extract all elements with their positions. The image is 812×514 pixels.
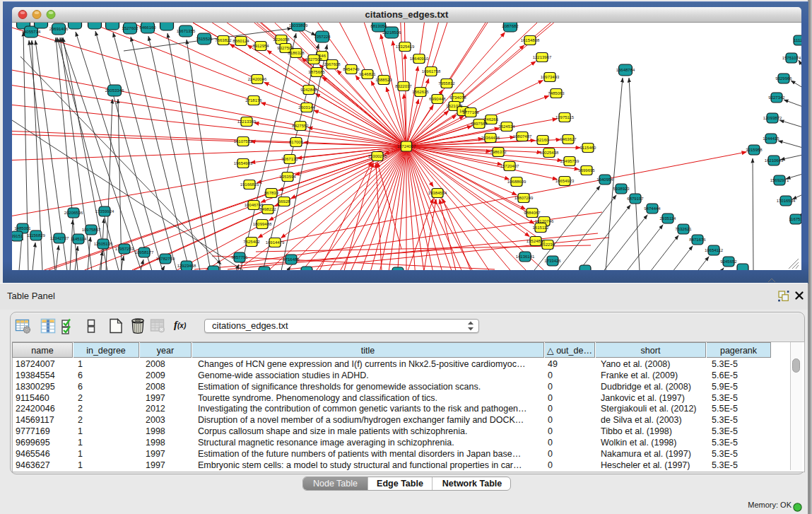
svg-text:3267130: 3267130 (281, 157, 298, 161)
svg-text:2718176: 2718176 (245, 98, 262, 103)
svg-text:1562615: 1562615 (412, 90, 429, 94)
svg-text:11156829: 11156829 (27, 233, 45, 238)
svg-text:20364436: 20364436 (481, 136, 500, 140)
svg-text:19166825: 19166825 (240, 182, 259, 187)
svg-text:7986372: 7986372 (490, 150, 507, 154)
svg-text:2935114: 2935114 (660, 216, 677, 221)
svg-text:9327508: 9327508 (305, 57, 322, 62)
svg-text:9699695: 9699695 (578, 168, 595, 173)
svg-text:22420046: 22420046 (248, 77, 267, 81)
svg-text:1527602: 1527602 (122, 26, 139, 30)
svg-text:9245652: 9245652 (720, 259, 737, 264)
svg-text:10688609: 10688609 (507, 180, 526, 184)
svg-text:16961758: 16961758 (422, 69, 441, 74)
svg-text:10975867: 10975867 (82, 228, 101, 232)
svg-text:16033809: 16033809 (289, 23, 308, 28)
svg-text:3226058: 3226058 (273, 37, 290, 42)
svg-text:6879197: 6879197 (627, 197, 644, 201)
svg-text:9327503: 9327503 (277, 46, 294, 50)
svg-text:746266: 746266 (484, 117, 499, 122)
svg-text:12342737: 12342737 (50, 236, 69, 240)
svg-text:8322037: 8322037 (395, 84, 412, 88)
svg-text:3875685: 3875685 (308, 70, 325, 74)
svg-text:15300275: 15300275 (368, 154, 387, 158)
svg-text:9329966: 9329966 (775, 76, 792, 81)
svg-text:6734078: 6734078 (449, 95, 466, 100)
svg-text:1353594: 1353594 (279, 175, 296, 179)
svg-text:7485063: 7485063 (548, 91, 565, 95)
svg-text:20053346: 20053346 (105, 88, 124, 93)
svg-text:12213967: 12213967 (533, 55, 552, 59)
svg-text:9115460: 9115460 (580, 146, 597, 150)
svg-text:116753: 116753 (789, 217, 801, 221)
svg-text:19218506: 19218506 (382, 30, 401, 35)
svg-text:6497568: 6497568 (471, 122, 488, 126)
svg-text:1145114: 1145114 (71, 237, 87, 241)
svg-text:8498222: 8498222 (259, 207, 276, 211)
svg-text:14136141: 14136141 (516, 255, 535, 259)
svg-text:2967608: 2967608 (324, 62, 341, 66)
svg-text:10973493: 10973493 (541, 75, 560, 79)
svg-text:19384554: 19384554 (428, 191, 447, 195)
svg-text:16648784: 16648784 (616, 68, 635, 72)
svg-text:16210643: 16210643 (765, 158, 784, 163)
svg-text:3624534: 3624534 (498, 124, 515, 129)
svg-text:8186328: 8186328 (288, 51, 305, 55)
svg-text:10025438: 10025438 (540, 151, 559, 155)
svg-text:7632621: 7632621 (675, 227, 692, 231)
svg-text:2087682: 2087682 (502, 24, 519, 28)
svg-text:14055714: 14055714 (22, 30, 41, 34)
svg-text:9777169: 9777169 (462, 110, 479, 115)
svg-text:8454749: 8454749 (343, 67, 360, 71)
svg-text:66928: 66928 (278, 199, 290, 204)
svg-text:7625402: 7625402 (243, 240, 260, 244)
svg-text:17359924: 17359924 (95, 209, 114, 214)
svg-text:16107552: 16107552 (234, 139, 253, 144)
svg-text:9242848: 9242848 (300, 88, 317, 92)
svg-text:9857791: 9857791 (231, 255, 248, 259)
svg-text:16671355: 16671355 (177, 29, 196, 33)
svg-text:16654923: 16654923 (555, 179, 575, 183)
svg-text:1615112: 1615112 (533, 226, 550, 230)
svg-text:8660124: 8660124 (233, 39, 249, 43)
svg-text:17957253: 17957253 (115, 247, 134, 251)
svg-text:15720407: 15720407 (500, 164, 519, 168)
svg-text:18724007: 18724007 (397, 144, 416, 148)
svg-text:8427552: 8427552 (292, 124, 309, 128)
svg-text:6990448: 6990448 (429, 97, 446, 101)
svg-text:25495759: 25495759 (560, 159, 579, 163)
svg-text:9463627: 9463627 (560, 137, 577, 141)
svg-text:20206536: 20206536 (64, 211, 83, 215)
svg-text:18807249: 18807249 (514, 196, 534, 200)
svg-text:10654112: 10654112 (705, 248, 724, 252)
svg-text:5716485: 5716485 (283, 257, 300, 262)
svg-text:12505135: 12505135 (94, 242, 113, 246)
svg-text:817006: 817006 (289, 140, 304, 144)
svg-text:16782759: 16782759 (156, 257, 175, 261)
svg-text:18099488: 18099488 (253, 222, 272, 226)
svg-text:18640910: 18640910 (410, 57, 429, 61)
svg-text:3215958: 3215958 (746, 148, 763, 152)
svg-text:17016504: 17016504 (777, 199, 796, 203)
svg-text:7955812: 7955812 (438, 81, 455, 86)
svg-text:2603144: 2603144 (298, 105, 315, 110)
svg-text:39151: 39151 (12, 234, 23, 238)
svg-text:7357224: 7357224 (314, 35, 331, 39)
svg-text:5938923: 5938923 (613, 187, 630, 191)
svg-text:1621075: 1621075 (446, 104, 463, 108)
svg-text:7663822: 7663822 (215, 38, 232, 42)
svg-text:16154808: 16154808 (521, 38, 540, 42)
svg-text:10958177: 10958177 (135, 250, 154, 255)
svg-text:12923468: 12923468 (177, 264, 196, 268)
svg-text:20691406: 20691406 (49, 27, 69, 31)
svg-text:11124: 11124 (794, 38, 801, 42)
svg-text:16120746: 16120746 (535, 219, 554, 223)
svg-text:62160: 62160 (537, 138, 549, 142)
svg-text:867833: 867833 (264, 191, 279, 195)
svg-text:9474444: 9474444 (644, 206, 661, 211)
svg-text:15751074: 15751074 (782, 56, 801, 60)
svg-text:1733426: 1733426 (544, 259, 561, 263)
svg-text:12093872: 12093872 (763, 116, 782, 120)
svg-text:9146821: 9146821 (359, 72, 376, 76)
svg-text:9884067: 9884067 (524, 211, 541, 215)
